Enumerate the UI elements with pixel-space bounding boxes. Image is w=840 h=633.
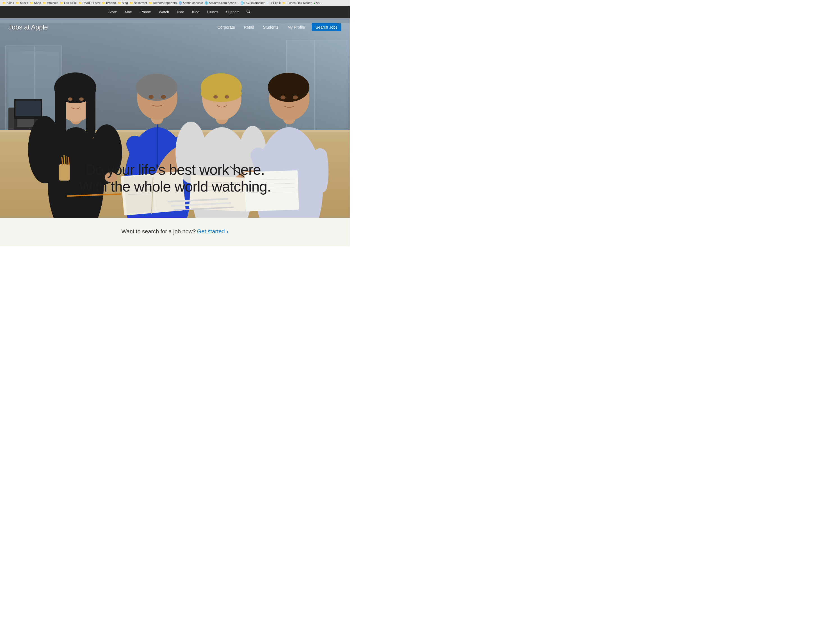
nav-mac[interactable]: Mac bbox=[121, 6, 136, 18]
bookmark-authors[interactable]: 📁 Authors/reporters bbox=[149, 1, 177, 5]
svg-rect-12 bbox=[16, 101, 41, 116]
bookmarks-bar: 📁 Bikes 📁 Music 📁 Shop 📁 Projects 📁 Flic… bbox=[0, 0, 350, 6]
folder-icon: 📁 bbox=[2, 2, 6, 5]
bookmark-admin[interactable]: 🌐 Admin console bbox=[178, 1, 203, 5]
folder-icon: 📁 bbox=[78, 2, 82, 5]
apple-nav-bar: Store Mac iPhone Watch iPad iPod iTunes … bbox=[0, 6, 350, 18]
cta-static-text: Want to search for a job now? bbox=[121, 228, 196, 234]
jobs-search-button[interactable]: Search Jobs bbox=[312, 23, 341, 31]
bookmark-projects[interactable]: 📁 Projects bbox=[43, 1, 58, 5]
folder-icon: 📁 bbox=[118, 2, 121, 5]
jobs-page-header: Jobs at Apple Corporate Retail Students … bbox=[0, 18, 350, 36]
jobs-sub-nav: Corporate Retail Students My Profile Sea… bbox=[213, 23, 341, 31]
bookmark-iphone[interactable]: 📁 iPhone bbox=[102, 1, 116, 5]
svg-point-34 bbox=[136, 74, 177, 101]
svg-point-24 bbox=[79, 97, 84, 101]
svg-point-23 bbox=[68, 97, 73, 101]
folder-icon: 📁 bbox=[282, 2, 286, 5]
globe-icon: 🌐 bbox=[178, 2, 182, 5]
cta-section: Want to search for a job now? Get starte… bbox=[0, 218, 350, 246]
hero-text-block: Do your life's best work here. With the … bbox=[0, 161, 350, 195]
doc-icon: 📄 bbox=[267, 2, 270, 5]
hero-headline: Do your life's best work here. With the … bbox=[0, 161, 350, 195]
bookmark-read-it-later[interactable]: 📁 Read It Later bbox=[78, 1, 101, 5]
nav-watch[interactable]: Watch bbox=[155, 6, 173, 18]
bookmark-flickr[interactable]: 📁 Flickr/Pix bbox=[60, 1, 77, 5]
bookmark-blog[interactable]: 📁 Blog bbox=[118, 1, 128, 5]
bookmark-dc-rainmaker[interactable]: 🌐 DC Rainmaker bbox=[240, 1, 265, 5]
green-icon: ● bbox=[313, 2, 315, 5]
svg-point-57 bbox=[268, 73, 309, 102]
nav-iphone[interactable]: iPhone bbox=[136, 6, 155, 18]
hero-section: Jobs at Apple Corporate Retail Students … bbox=[0, 18, 350, 218]
hero-headline-line1: Do your life's best work here. bbox=[85, 161, 265, 178]
svg-point-50 bbox=[213, 95, 218, 98]
folder-icon: 📁 bbox=[16, 2, 19, 5]
nav-search-icon[interactable] bbox=[243, 6, 254, 18]
svg-point-58 bbox=[281, 95, 286, 100]
hero-headline-line2: With the whole world watching. bbox=[79, 178, 271, 195]
cta-paragraph: Want to search for a job now? Get starte… bbox=[6, 228, 344, 236]
svg-line-1 bbox=[249, 12, 250, 13]
bookmark-music[interactable]: 📁 Music bbox=[16, 1, 28, 5]
bookmark-shop[interactable]: 📁 Shop bbox=[30, 1, 41, 5]
nav-support[interactable]: Support bbox=[222, 6, 243, 18]
jobs-page-title: Jobs at Apple bbox=[8, 23, 48, 31]
jobs-nav-myprofile[interactable]: My Profile bbox=[283, 24, 309, 31]
folder-icon: 📁 bbox=[43, 2, 46, 5]
globe-icon: 🌐 bbox=[240, 2, 244, 5]
bookmark-amazon[interactable]: 🌐 Amazon.com Assoc... bbox=[205, 1, 238, 5]
svg-point-49 bbox=[201, 85, 242, 102]
bookmark-bittorrent[interactable]: 📁 BitTorrent bbox=[130, 1, 147, 5]
nav-itunes[interactable]: iTunes bbox=[203, 6, 222, 18]
svg-point-35 bbox=[148, 95, 153, 99]
bookmark-bikes[interactable]: 📁 Bikes bbox=[2, 1, 14, 5]
folder-icon: 📁 bbox=[149, 2, 152, 5]
folder-icon: 📁 bbox=[130, 2, 133, 5]
bookmark-flip-it[interactable]: 📄 + Flip it bbox=[267, 1, 281, 5]
jobs-nav-retail[interactable]: Retail bbox=[240, 24, 259, 31]
folder-icon: 📁 bbox=[60, 2, 63, 5]
nav-ipad[interactable]: iPad bbox=[173, 6, 188, 18]
cta-get-started-link[interactable]: Get started › bbox=[197, 228, 229, 234]
jobs-nav-corporate[interactable]: Corporate bbox=[213, 24, 240, 31]
nav-store[interactable]: Store bbox=[104, 6, 121, 18]
apple-logo[interactable] bbox=[95, 6, 104, 18]
svg-point-36 bbox=[161, 95, 166, 99]
bookmark-an[interactable]: ● An... bbox=[313, 1, 322, 5]
globe-icon: 🌐 bbox=[205, 2, 208, 5]
svg-rect-22 bbox=[85, 88, 95, 138]
jobs-nav-students[interactable]: Students bbox=[259, 24, 283, 31]
svg-point-59 bbox=[293, 95, 298, 100]
folder-icon: 📁 bbox=[30, 2, 33, 5]
folder-icon: 📁 bbox=[102, 2, 105, 5]
svg-point-51 bbox=[224, 95, 229, 98]
bookmark-itunes-link-maker[interactable]: 📁 iTunes Link Maker bbox=[282, 1, 311, 5]
nav-ipod[interactable]: iPod bbox=[188, 6, 203, 18]
cta-arrow-icon: › bbox=[226, 228, 228, 235]
